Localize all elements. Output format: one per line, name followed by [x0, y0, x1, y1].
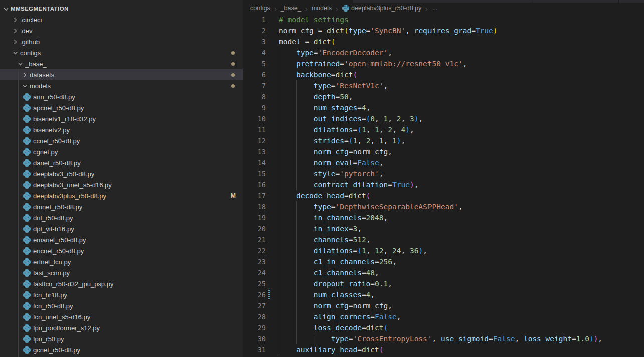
token: 1 — [362, 126, 366, 134]
sidebar-file-ann_r50-d8.py[interactable]: ann_r50-d8.py — [0, 91, 243, 102]
sidebar-file-gcnet_r50-d8.py[interactable]: gcnet_r50-d8.py — [0, 344, 243, 355]
sidebar-folder-datasets[interactable]: datasets — [0, 69, 243, 80]
code-line-content: loss_decode=dict( — [279, 322, 388, 333]
code-line-26[interactable]: 26 num_classes=4, — [243, 289, 644, 300]
code-line-10[interactable]: 10 out_indices=(0, 1, 2, 3), — [243, 113, 644, 124]
chevron-right-icon[interactable] — [12, 17, 18, 23]
sidebar-file-deeplabv3_r50-d8.py[interactable]: deeplabv3_r50-d8.py — [0, 168, 243, 179]
code-line-25[interactable]: 25 dropout_ratio=0.1, — [243, 278, 644, 289]
sidebar-file-fpn_poolformer_s12.py[interactable]: fpn_poolformer_s12.py — [0, 322, 243, 333]
sidebar-file-dnl_r50-d8.py[interactable]: dnl_r50-d8.py — [0, 212, 243, 223]
token: , — [423, 247, 427, 255]
code-line-21[interactable]: 21 channels=512, — [243, 234, 644, 245]
code-line-7[interactable]: 7 type='ResNetV1c', — [243, 80, 644, 91]
breadcrumb-item[interactable]: configs — [250, 5, 270, 12]
indent-guide — [279, 289, 279, 300]
token: 512 — [353, 236, 366, 244]
sidebar-file-danet_r50-d8.py[interactable]: danet_r50-d8.py — [0, 157, 243, 168]
line-number: 7 — [243, 80, 266, 91]
sidebar-file-deeplabv3plus_r50-d8.py[interactable]: deeplabv3plus_r50-d8.pyM — [0, 190, 243, 201]
chevron-down-icon[interactable] — [12, 50, 18, 56]
sidebar-folder-.github[interactable]: .github — [0, 36, 243, 47]
token: , — [388, 302, 392, 310]
explorer-root-folder[interactable]: MMSEGMENTATION — [0, 3, 243, 14]
sidebar-file-deeplabv3_unet_s5-d16.py[interactable]: deeplabv3_unet_s5-d16.py — [0, 179, 243, 190]
line-number: 8 — [243, 91, 266, 102]
sidebar-file-fcn_r50-d8.py[interactable]: fcn_r50-d8.py — [0, 300, 243, 311]
code-line-1[interactable]: 1# model settings — [243, 14, 644, 25]
breadcrumb-file[interactable]: deeplabv3plus_r50-d8.py — [342, 5, 421, 12]
sidebar-file-fastfcn_r50-d32_jpu_psp.py[interactable]: fastfcn_r50-d32_jpu_psp.py — [0, 278, 243, 289]
breadcrumb-item[interactable]: _base_ — [281, 5, 301, 12]
line-number: 30 — [243, 333, 266, 344]
token: ) — [405, 126, 410, 134]
code-line-15[interactable]: 15 style='pytorch', — [243, 168, 644, 179]
sidebar-folder-configs[interactable]: configs — [0, 47, 243, 58]
code-line-16[interactable]: 16 contract_dilation=True), — [243, 179, 644, 190]
sidebar-folder-_base_[interactable]: _base_ — [0, 58, 243, 69]
git-modified-badge: M — [231, 190, 236, 201]
indent-guide — [296, 157, 297, 168]
sidebar-folder-.dev[interactable]: .dev — [0, 25, 243, 36]
breadcrumb-overflow[interactable]: ... — [432, 5, 437, 12]
sidebar-file-emanet_r50-d8.py[interactable]: emanet_r50-d8.py — [0, 234, 243, 245]
sidebar-file-fcn_hr18.py[interactable]: fcn_hr18.py — [0, 289, 243, 300]
sidebar-file-ccnet_r50-d8.py[interactable]: ccnet_r50-d8.py — [0, 135, 243, 146]
code-line-4[interactable]: 4 type='EncoderDecoder', — [243, 47, 644, 58]
code-line-29[interactable]: 29 loss_decode=dict( — [243, 322, 644, 333]
code-line-23[interactable]: 23 c1_in_channels=256, — [243, 256, 644, 267]
code-line-8[interactable]: 8 depth=50, — [243, 91, 644, 102]
sidebar-file-fast_scnn.py[interactable]: fast_scnn.py — [0, 267, 243, 278]
code-line-27[interactable]: 27 norm_cfg=norm_cfg, — [243, 300, 644, 311]
sidebar-file-apcnet_r50-d8.py[interactable]: apcnet_r50-d8.py — [0, 102, 243, 113]
code-editor[interactable]: 1# model settings2norm_cfg = dict(type='… — [243, 14, 644, 355]
code-line-11[interactable]: 11 dilations=(1, 1, 2, 4), — [243, 124, 644, 135]
token: , — [384, 137, 392, 145]
code-line-18[interactable]: 18 type='DepthwiseSeparableASPPHead', — [243, 201, 644, 212]
chevron-down-icon[interactable] — [17, 61, 23, 67]
code-line-28[interactable]: 28 align_corners=False, — [243, 311, 644, 322]
sidebar-folder-models[interactable]: models — [0, 80, 243, 91]
code-line-19[interactable]: 19 in_channels=2048, — [243, 212, 644, 223]
sidebar-file-fpn_r50.py[interactable]: fpn_r50.py — [0, 333, 243, 344]
breadcrumb-item[interactable]: models — [312, 5, 332, 12]
code-line-12[interactable]: 12 strides=(1, 2, 1, 1), — [243, 135, 644, 146]
code-line-31[interactable]: 31 auxiliary_head=dict( — [243, 344, 644, 355]
code-line-2[interactable]: 2norm_cfg = dict(type='SyncBN', requires… — [243, 25, 644, 36]
token: in_channels — [314, 214, 362, 222]
sidebar-file-bisenetv2.py[interactable]: bisenetv2.py — [0, 124, 243, 135]
chevron-right-icon[interactable] — [12, 28, 18, 34]
python-file-icon — [23, 203, 31, 211]
sidebar-file-cgnet.py[interactable]: cgnet.py — [0, 146, 243, 157]
code-line-3[interactable]: 3model = dict( — [243, 36, 644, 47]
token: dict — [327, 27, 344, 35]
token: = — [370, 313, 375, 321]
sidebar-folder-.circleci[interactable]: .circleci — [0, 14, 243, 25]
code-line-20[interactable]: 20 in_index=3, — [243, 223, 644, 234]
code-line-6[interactable]: 6 backbone=dict( — [243, 69, 644, 80]
indent-guide — [296, 223, 297, 234]
sidebar-file-bisenetv1_r18-d32.py[interactable]: bisenetv1_r18-d32.py — [0, 113, 243, 124]
code-line-30[interactable]: 30 type='CrossEntropyLoss', use_sigmoid=… — [243, 333, 644, 344]
code-line-14[interactable]: 14 norm_eval=False, — [243, 157, 644, 168]
chevron-right-icon[interactable] — [22, 72, 28, 78]
token: 1.0 — [576, 335, 589, 343]
code-line-17[interactable]: 17 decode_head=dict( — [243, 190, 644, 201]
code-line-5[interactable]: 5 pretrained='open-mmlab://resnet50_v1c'… — [243, 58, 644, 69]
sidebar-file-dpt_vit-b16.py[interactable]: dpt_vit-b16.py — [0, 223, 243, 234]
sidebar-file-dmnet_r50-d8.py[interactable]: dmnet_r50-d8.py — [0, 201, 243, 212]
code-line-9[interactable]: 9 num_stages=4, — [243, 102, 644, 113]
token: 36 — [410, 247, 418, 255]
chevron-right-icon[interactable] — [12, 39, 18, 45]
code-line-13[interactable]: 13 norm_cfg=norm_cfg, — [243, 146, 644, 157]
chevron-down-icon[interactable] — [22, 83, 28, 89]
sidebar-file-erfnet_fcn.py[interactable]: erfnet_fcn.py — [0, 256, 243, 267]
code-line-24[interactable]: 24 c1_channels=48, — [243, 267, 644, 278]
sidebar-file-encnet_r50-d8.py[interactable]: encnet_r50-d8.py — [0, 245, 243, 256]
python-file-icon — [23, 280, 31, 288]
gutter-modified-indicator[interactable] — [268, 290, 270, 300]
code-line-22[interactable]: 22 dilations=(1, 12, 24, 36), — [243, 245, 644, 256]
token: = — [344, 192, 349, 200]
token: 1 — [392, 137, 397, 145]
sidebar-file-fcn_unet_s5-d16.py[interactable]: fcn_unet_s5-d16.py — [0, 311, 243, 322]
